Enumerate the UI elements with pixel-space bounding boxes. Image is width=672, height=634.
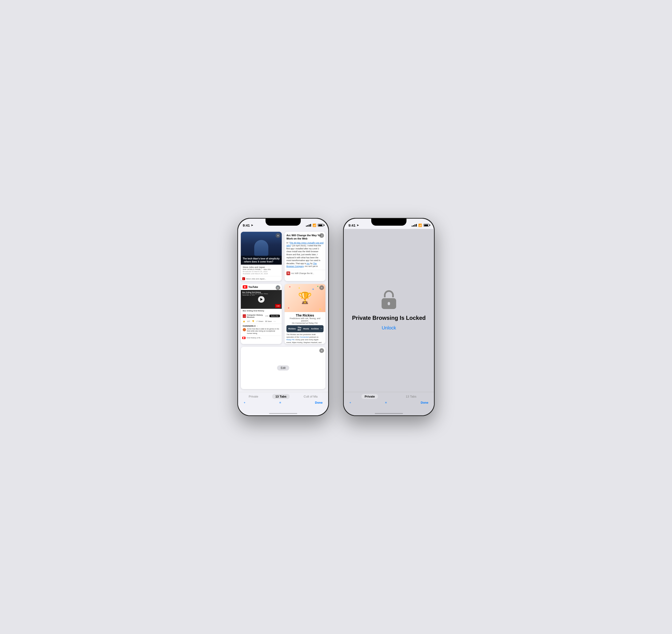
close-rickies-button[interactable]: ✕	[319, 285, 324, 290]
rickies-nav: Rickies The Bill Hosts Archive ···	[286, 325, 324, 332]
chm-logo: CHM	[243, 314, 246, 318]
status-time-1: 9:41 ➤	[243, 223, 253, 227]
wifi-icon-2: 📶	[418, 223, 422, 227]
nhk-thumbnail: The tech titan's love of simplicity - wh…	[241, 232, 282, 265]
close-youtube-button[interactable]: ✕	[276, 285, 280, 290]
nhk-card-info: Steve Jobs and Japan NHK WORLD PRIME ▷ 4…	[241, 265, 282, 276]
like-icon[interactable]: 👍	[243, 320, 245, 322]
rickies-content: The Rickies Predictions with risk, flexi…	[284, 312, 325, 344]
tab-card-arc[interactable]: ✕ Arc Will Change the Way You Work on th…	[284, 232, 325, 281]
trophy-emoji: 🏆	[298, 291, 312, 304]
youtube-video-thumb: Bas Ording Oral History Interviewer: Hum…	[241, 290, 282, 309]
status-time-2: 9:41 ➤	[348, 223, 359, 227]
rickies-nav-rickies[interactable]: Rickies	[288, 327, 296, 330]
phone-1: 9:41 ➤ 📶 ✕	[237, 218, 329, 416]
arc-content: Arc Will Change the Way You Work on the …	[284, 232, 325, 270]
subscriber-count: 134k	[265, 315, 269, 317]
nhk-tab-title: Steve Jobs and Japan...	[246, 278, 266, 280]
rickies-nav-archive[interactable]: Archive	[311, 327, 319, 330]
close-nhk-button[interactable]: ✕	[276, 233, 280, 238]
empty-tab-card[interactable]: ✕ Edit	[241, 347, 325, 389]
action-row: 👍 127 👎 ↗ Share ⊞ Save ⋯	[241, 319, 282, 323]
rickies-title: The Rickies	[286, 314, 324, 317]
private-tab-button[interactable]: Private	[249, 395, 258, 398]
comments-section: Comments 4 ↕ Some how Bas is able to be …	[241, 323, 282, 336]
comment-text: Some how Bas is able to be genius in his…	[247, 328, 280, 335]
rickies-nav-hosts[interactable]: Hosts	[303, 327, 309, 330]
signal-icon-1	[306, 224, 311, 226]
chm-watermark: CHM	[275, 304, 281, 308]
video-full-title: Bas Ording Oral History	[243, 310, 280, 312]
list-button-2[interactable]: ≡	[385, 401, 387, 404]
play-button[interactable]	[258, 296, 264, 303]
tab-actions-row-2: + ≡ Done	[344, 400, 434, 405]
private-tab-button-2[interactable]: Private	[362, 394, 378, 399]
battery-icon-2	[423, 224, 429, 226]
rickies-body: The Rickies are the prediction draft epi…	[286, 333, 324, 344]
tabs-count-button[interactable]: 13 Tabs	[272, 394, 290, 399]
nhk-available: Available until March 25, 2024	[243, 273, 280, 275]
arc-favicon-icon: TB	[286, 271, 290, 275]
nhk-headline: The tech titan's love of simplicity - wh…	[243, 257, 280, 263]
close-arc-button[interactable]: ✕	[319, 233, 324, 238]
unlock-button[interactable]: Unlock	[381, 325, 396, 331]
notch-1	[265, 219, 301, 226]
private-browsing-view: Private Browsing Is Locked Unlock Privat…	[344, 229, 434, 415]
tab-switcher-view[interactable]: ✕ The tech titan's love of simplicity - …	[238, 229, 328, 415]
tab-grid: ✕ The tech titan's love of simplicity - …	[238, 229, 328, 392]
status-icons-1: 📶	[306, 223, 324, 227]
channel-name: Computer History Museum	[247, 314, 264, 318]
rickies-nav-more[interactable]: ···	[321, 327, 323, 330]
comments-header: Comments 4 ↕	[243, 325, 280, 327]
video-meta: Bas Ording Oral History	[241, 309, 282, 313]
youtube-logo: YouTube	[243, 285, 258, 289]
tabs-count-button-2[interactable]: 13 Tabs	[406, 395, 416, 398]
lock-icon	[381, 290, 397, 309]
location-arrow-icon-2: ➤	[357, 224, 359, 227]
done-button-2[interactable]: Done	[421, 401, 428, 404]
cult-tab-button[interactable]: Cult of Ma	[304, 395, 318, 398]
channel-row: CHM Computer History Museum 134k Subscri…	[241, 313, 282, 319]
tab-card-rickies[interactable]: ✕ 🏆 The Rickies Predictions with risk,	[284, 284, 325, 344]
arc-favicon-row: TB Arc Will Change the W...	[284, 270, 325, 276]
subscribe-button[interactable]: Subscribe	[270, 315, 280, 317]
location-arrow-icon: ➤	[251, 224, 253, 227]
youtube-icon	[243, 285, 248, 289]
lock-screen-main: Private Browsing Is Locked Unlock	[344, 229, 434, 392]
rickies-nav-bill[interactable]: The Bill	[298, 326, 301, 331]
phone-2: 9:41 ➤ 📶	[343, 218, 435, 416]
nhk-date: Broadcast on March 24, 2023	[243, 270, 280, 273]
video-title-small: Bas Ording Oral History	[242, 291, 268, 293]
tab-bar-phone1: Private 13 Tabs Cult of Ma + ≡ Done	[238, 392, 328, 415]
nhk-favicon-icon: N	[242, 277, 245, 280]
share-icon[interactable]: ↗ Share	[256, 320, 263, 322]
like-count: 127	[247, 320, 250, 322]
home-indicator-2	[375, 413, 403, 414]
home-indicator-1	[269, 413, 297, 414]
save-icon[interactable]: ⊞ Save	[265, 320, 272, 322]
yt-favicon-icon	[242, 337, 246, 339]
svg-text:N: N	[243, 278, 244, 280]
comment-row: Some how Bas is able to be genius in his…	[243, 328, 280, 335]
tab-card-nhk[interactable]: ✕ The tech titan's love of simplicity - …	[241, 232, 282, 281]
tab-switcher-row: Private 13 Tabs Cult of Ma	[238, 392, 328, 400]
more-icon[interactable]: ⋯	[274, 320, 276, 323]
rickies-subtitle: Predictions with risk, flexing, and pass…	[286, 317, 324, 324]
arc-tab-title: Arc Will Change the W...	[291, 272, 314, 274]
private-browsing-title: Private Browsing Is Locked	[345, 315, 433, 321]
list-button[interactable]: ≡	[279, 401, 281, 404]
tab-card-youtube[interactable]: ✕ YouTube 🔍 Bas Ording Oral History Inte…	[241, 284, 282, 344]
add-tab-button[interactable]: +	[244, 401, 246, 404]
arc-body: In "The 46 Mac Apps I Actually Use and W…	[286, 241, 324, 268]
lock-keyhole	[388, 302, 390, 305]
tab-switcher-row-2: Private 13 Tabs	[344, 392, 434, 400]
battery-icon-1	[318, 224, 324, 226]
done-button[interactable]: Done	[315, 401, 323, 404]
edit-button[interactable]: Edit	[277, 365, 289, 370]
close-empty-button[interactable]: ✕	[319, 348, 324, 353]
add-tab-button-2[interactable]: +	[349, 401, 351, 404]
comment-avatar	[243, 328, 246, 331]
tab-bar-phone2: Private 13 Tabs + ≡ Done	[344, 392, 434, 415]
lock-body	[381, 298, 396, 309]
dislike-icon[interactable]: 👎	[252, 320, 254, 322]
